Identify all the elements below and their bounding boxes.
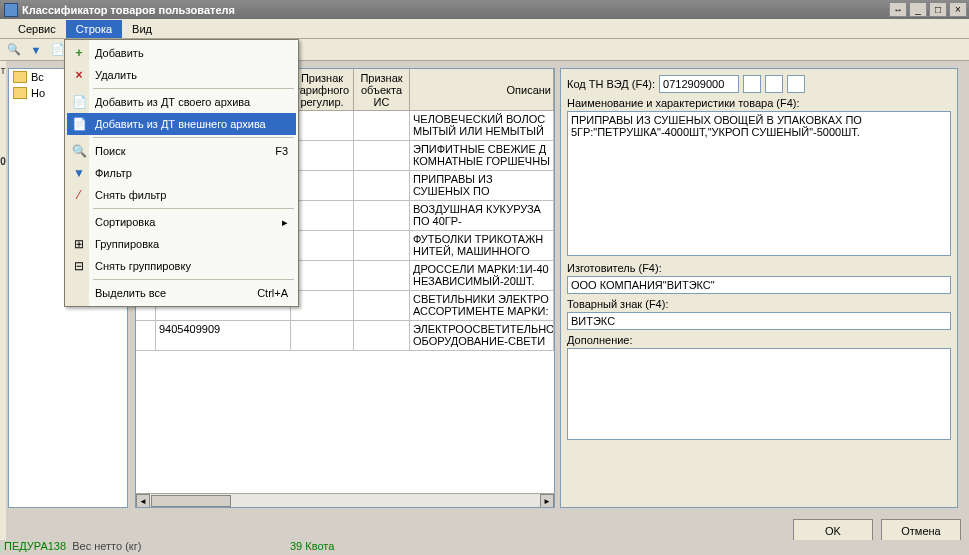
- cell-tariff: [291, 231, 354, 260]
- maker-label: Изготовитель (F4):: [567, 262, 951, 274]
- scroll-right-icon[interactable]: ►: [540, 494, 554, 508]
- filter-icon: ▼: [71, 165, 87, 181]
- cell-tariff: [291, 171, 354, 200]
- search-icon: 🔍: [71, 143, 87, 159]
- ctx-add[interactable]: +Добавить: [67, 42, 296, 64]
- ctx-add-own-archive[interactable]: 📄Добавить из ДТ своего архива: [67, 91, 296, 113]
- left-gutter: т 0: [0, 61, 6, 540]
- cell-tariff: [291, 291, 354, 320]
- cell-is: [354, 231, 410, 260]
- cell-desc: СВЕТИЛЬНИКИ ЭЛЕКТРО АССОРТИМЕНТЕ МАРКИ:: [410, 291, 554, 320]
- ctx-group[interactable]: ⊞Группировка: [67, 233, 296, 255]
- restore-button[interactable]: ↔: [889, 2, 907, 17]
- cell-tariff: [291, 321, 354, 350]
- tree-label: Вс: [31, 71, 44, 83]
- archive-ext-icon: 📄: [71, 116, 87, 132]
- menu-bar: Сервис Строка Вид: [0, 19, 969, 39]
- cell-is: [354, 111, 410, 140]
- code-label: Код ТН ВЭД (F4):: [567, 78, 655, 90]
- status-seg-1: ПЕДУРА138: [4, 540, 66, 552]
- cell-desc: ПРИПРАВЫ ИЗ СУШЕНЫХ ПО: [410, 171, 554, 200]
- col-desc[interactable]: Описани: [410, 69, 554, 111]
- cell-is: [354, 141, 410, 170]
- status-seg-2: Вес нетто (кг): [72, 540, 141, 552]
- title-bar: Классификатор товаров пользователя ↔ _ □…: [0, 0, 969, 19]
- detail-panel: Код ТН ВЭД (F4): Наименование и характер…: [560, 68, 958, 508]
- context-menu: +Добавить ×Удалить 📄Добавить из ДТ своег…: [64, 39, 299, 307]
- mark-input[interactable]: [567, 312, 951, 330]
- window-title: Классификатор товаров пользователя: [22, 4, 235, 16]
- close-button[interactable]: ×: [949, 2, 967, 17]
- cell-is: [354, 171, 410, 200]
- code-extra-1[interactable]: [743, 75, 761, 93]
- table-row[interactable]: 9405409909ЭЛЕКТРООСВЕТИТЕЛЬНО ОБОРУДОВАН…: [136, 321, 554, 351]
- ok-button[interactable]: OK: [793, 519, 873, 542]
- plus-icon: +: [71, 45, 87, 61]
- code-extra-2[interactable]: [765, 75, 783, 93]
- cell-desc: ЧЕЛОВЕЧЕСКИЙ ВОЛОС МЫТЫЙ ИЛИ НЕМЫТЫЙ: [410, 111, 554, 140]
- menu-view[interactable]: Вид: [122, 20, 162, 38]
- ctx-add-ext-archive[interactable]: 📄Добавить из ДТ внешнего архива: [67, 113, 296, 135]
- cell-tariff: [291, 141, 354, 170]
- cell-is: [354, 201, 410, 230]
- cell-desc: ВОЗДУШНАЯ КУКУРУЗА ПО 40ГР-: [410, 201, 554, 230]
- cell-is: [354, 321, 410, 350]
- tree-label: Но: [31, 87, 45, 99]
- cell-tariff: [291, 201, 354, 230]
- toolbar-search-icon[interactable]: 🔍: [4, 41, 24, 59]
- ctx-sort[interactable]: Сортировка▸: [67, 211, 296, 233]
- name-textarea[interactable]: [567, 111, 951, 256]
- addl-textarea[interactable]: [567, 348, 951, 440]
- ctx-filter[interactable]: ▼Фильтр: [67, 162, 296, 184]
- col-tariff[interactable]: Признак тарифного регулир.: [291, 69, 354, 111]
- ungroup-icon: ⊟: [71, 258, 87, 274]
- x-icon: ×: [71, 67, 87, 83]
- cancel-button[interactable]: Отмена: [881, 519, 961, 542]
- cell-is: [354, 261, 410, 290]
- col-is[interactable]: Признак объекта ИС: [354, 69, 410, 111]
- ctx-delete[interactable]: ×Удалить: [67, 64, 296, 86]
- cell-desc: ЭПИФИТНЫЕ СВЕЖИЕ Д КОМНАТНЫЕ ГОРШЕЧНЫ: [410, 141, 554, 170]
- cell-marker: [136, 321, 156, 350]
- status-bar: ПЕДУРА138 Вес нетто (кг) 39 Квота: [0, 540, 969, 555]
- status-seg-3: 39 Квота: [290, 540, 334, 552]
- cell-tariff: [291, 111, 354, 140]
- code-extra-3[interactable]: [787, 75, 805, 93]
- ctx-unfilter[interactable]: ⁄Снять фильтр: [67, 184, 296, 206]
- ctx-search[interactable]: 🔍ПоискF3: [67, 140, 296, 162]
- app-icon: [4, 3, 18, 17]
- group-icon: ⊞: [71, 236, 87, 252]
- maximize-button[interactable]: □: [929, 2, 947, 17]
- unfilter-icon: ⁄: [71, 187, 87, 203]
- menu-row[interactable]: Строка: [66, 20, 122, 38]
- cell-desc: ЭЛЕКТРООСВЕТИТЕЛЬНО ОБОРУДОВАНИЕ-СВЕТИ: [410, 321, 554, 350]
- ctx-ungroup[interactable]: ⊟Снять группировку: [67, 255, 296, 277]
- scroll-thumb[interactable]: [151, 495, 231, 507]
- cell-code: 9405409909: [156, 321, 291, 350]
- gutter-number: 0: [0, 152, 6, 171]
- archive-icon: 📄: [71, 94, 87, 110]
- chevron-right-icon: ▸: [282, 216, 288, 229]
- menu-service[interactable]: Сервис: [8, 20, 66, 38]
- addl-label: Дополнение:: [567, 334, 951, 346]
- minimize-button[interactable]: _: [909, 2, 927, 17]
- ctx-select-all[interactable]: Выделить всеCtrl+A: [67, 282, 296, 304]
- toolbar-filter-icon[interactable]: ▼: [26, 41, 46, 59]
- mark-label: Товарный знак (F4):: [567, 298, 951, 310]
- cell-desc: ФУТБОЛКИ ТРИКОТАЖН НИТЕЙ, МАШИННОГО: [410, 231, 554, 260]
- folder-icon: [13, 87, 27, 99]
- horizontal-scrollbar[interactable]: ◄ ►: [136, 493, 554, 507]
- code-input[interactable]: [659, 75, 739, 93]
- scroll-left-icon[interactable]: ◄: [136, 494, 150, 508]
- cell-tariff: [291, 261, 354, 290]
- maker-input[interactable]: [567, 276, 951, 294]
- cell-is: [354, 291, 410, 320]
- folder-icon: [13, 71, 27, 83]
- name-label: Наименование и характеристики товара (F4…: [567, 97, 951, 109]
- cell-desc: ДРОССЕЛИ МАРКИ:1И-40 НЕЗАВИСИМЫЙ-20ШТ.: [410, 261, 554, 290]
